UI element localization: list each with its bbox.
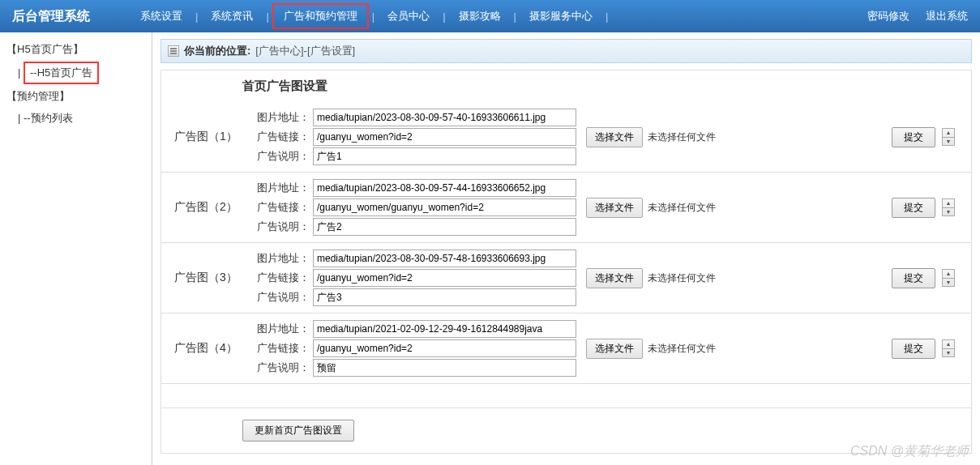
spinner-down-icon[interactable]: ▼ [943, 279, 954, 287]
app-title: 后台管理系统 [12, 8, 90, 25]
image-url-input[interactable] [313, 179, 576, 197]
breadcrumb: 你当前的位置: [广告中心]-[广告设置] [160, 39, 972, 63]
sidebar-item[interactable]: | --预约列表 [0, 107, 152, 130]
image-url-input[interactable] [313, 250, 576, 267]
order-spinner[interactable]: ▲▼ [942, 198, 955, 216]
submit-button[interactable]: 提交 [892, 127, 935, 147]
ad-block-title: 广告图（3） [169, 271, 242, 285]
spinner-up-icon[interactable]: ▲ [943, 199, 954, 208]
nav-item[interactable]: 系统资讯 [201, 5, 263, 28]
file-status-text: 未选择任何文件 [648, 342, 716, 356]
field-label: 广告链接： [252, 341, 313, 356]
ad-link-input[interactable] [313, 269, 576, 287]
breadcrumb-path: [广告中心]-[广告设置] [255, 44, 355, 58]
field-label: 图片地址： [252, 181, 313, 195]
nav-separator: | [443, 11, 445, 23]
sidebar: 【H5首页广告】| --H5首页广告【预约管理】| --预约列表 [0, 32, 152, 465]
ad-link-input[interactable] [313, 339, 576, 357]
logout-link[interactable]: 退出系统 [926, 9, 968, 23]
file-status-text: 未选择任何文件 [648, 201, 716, 215]
sidebar-group-title: 【预约管理】 [0, 86, 152, 107]
nav-item[interactable]: 广告和预约管理 [272, 3, 369, 29]
nav-item[interactable]: 摄影服务中心 [520, 5, 602, 28]
choose-file-button[interactable]: 选择文件 [586, 339, 643, 359]
choose-file-button[interactable]: 选择文件 [586, 198, 643, 218]
field-label: 广告说明： [252, 220, 313, 234]
order-spinner[interactable]: ▲▼ [942, 128, 955, 146]
file-section: 选择文件未选择任何文件 [586, 268, 748, 288]
nav-item[interactable]: 摄影攻略 [449, 5, 511, 28]
ad-block: 广告图（1）图片地址：广告链接：广告说明：选择文件未选择任何文件提交▲▼ [161, 102, 971, 172]
ad-link-input[interactable] [313, 128, 576, 146]
choose-file-button[interactable]: 选择文件 [586, 268, 643, 288]
field-label: 图片地址： [252, 322, 313, 336]
ad-block: 广告图（2）图片地址：广告链接：广告说明：选择文件未选择任何文件提交▲▼ [161, 172, 971, 242]
field-label: 图片地址： [252, 251, 313, 266]
file-status-text: 未选择任何文件 [648, 271, 716, 285]
image-url-input[interactable] [313, 320, 576, 338]
header: 后台管理系统 系统设置|系统资讯|广告和预约管理|会员中心|摄影攻略|摄影服务中… [0, 0, 980, 32]
nav-separator: | [372, 11, 374, 23]
ad-fields: 图片地址：广告链接：广告说明： [252, 107, 576, 167]
header-nav: 系统设置|系统资讯|广告和预约管理|会员中心|摄影攻略|摄影服务中心| [131, 3, 867, 29]
ad-fields: 图片地址：广告链接：广告说明： [252, 318, 576, 378]
field-label: 广告链接： [252, 200, 313, 215]
update-row: 更新首页广告图设置 [161, 407, 971, 453]
header-right: 密码修改 退出系统 [867, 9, 968, 23]
spinner-down-icon[interactable]: ▼ [943, 208, 954, 216]
field-label: 广告链接： [252, 130, 313, 144]
change-password-link[interactable]: 密码修改 [867, 9, 909, 23]
order-spinner[interactable]: ▲▼ [942, 339, 955, 357]
file-status-text: 未选择任何文件 [648, 130, 716, 144]
ad-fields: 图片地址：广告链接：广告说明： [252, 248, 576, 308]
ad-desc-input[interactable] [313, 288, 576, 306]
spinner-up-icon[interactable]: ▲ [943, 129, 954, 138]
ad-block: 广告图（4）图片地址：广告链接：广告说明：选择文件未选择任何文件提交▲▼ [161, 313, 971, 383]
spacer [161, 383, 971, 407]
nav-separator: | [514, 11, 516, 23]
ad-desc-input[interactable] [313, 147, 576, 165]
nav-separator: | [606, 11, 608, 23]
ad-desc-input[interactable] [313, 359, 576, 377]
ad-block-title: 广告图（2） [169, 200, 242, 215]
sidebar-item[interactable]: --H5首页广告 [24, 62, 99, 84]
file-section: 选择文件未选择任何文件 [586, 127, 748, 147]
order-spinner[interactable]: ▲▼ [942, 269, 955, 287]
ad-fields: 图片地址：广告链接：广告说明： [252, 177, 576, 237]
submit-section: 提交▲▼ [892, 198, 963, 218]
field-label: 图片地址： [252, 110, 313, 125]
file-section: 选择文件未选择任何文件 [586, 198, 748, 218]
file-section: 选择文件未选择任何文件 [586, 339, 748, 359]
page-icon [168, 45, 179, 57]
submit-button[interactable]: 提交 [892, 268, 935, 288]
submit-button[interactable]: 提交 [892, 198, 935, 218]
ad-link-input[interactable] [313, 198, 576, 216]
image-url-input[interactable] [313, 109, 576, 126]
spinner-down-icon[interactable]: ▼ [943, 349, 954, 357]
content-box: 首页广告图设置 广告图（1）图片地址：广告链接：广告说明：选择文件未选择任何文件… [160, 70, 972, 454]
update-button[interactable]: 更新首页广告图设置 [242, 420, 354, 442]
spinner-up-icon[interactable]: ▲ [943, 270, 954, 279]
nav-item[interactable]: 系统设置 [131, 5, 192, 28]
submit-button[interactable]: 提交 [892, 339, 935, 359]
ad-block: 广告图（3）图片地址：广告链接：广告说明：选择文件未选择任何文件提交▲▼ [161, 242, 971, 313]
choose-file-button[interactable]: 选择文件 [586, 127, 643, 147]
nav-item[interactable]: 会员中心 [378, 5, 439, 28]
ad-desc-input[interactable] [313, 218, 576, 236]
main-content: 你当前的位置: [广告中心]-[广告设置] 首页广告图设置 广告图（1）图片地址… [152, 32, 980, 465]
field-label: 广告链接： [252, 271, 313, 285]
ad-block-title: 广告图（4） [169, 341, 242, 356]
page-subtitle: 首页广告图设置 [161, 70, 971, 102]
spinner-down-icon[interactable]: ▼ [943, 138, 954, 146]
spinner-up-icon[interactable]: ▲ [943, 340, 954, 349]
breadcrumb-label: 你当前的位置: [184, 44, 250, 58]
submit-section: 提交▲▼ [892, 127, 963, 147]
nav-separator: | [195, 11, 198, 23]
sidebar-group-title: 【H5首页广告】 [0, 39, 152, 60]
nav-separator: | [266, 11, 268, 23]
submit-section: 提交▲▼ [892, 268, 963, 288]
field-label: 广告说明： [252, 290, 313, 305]
ad-block-title: 广告图（1） [169, 130, 242, 144]
submit-section: 提交▲▼ [892, 339, 963, 359]
field-label: 广告说明： [252, 360, 313, 375]
